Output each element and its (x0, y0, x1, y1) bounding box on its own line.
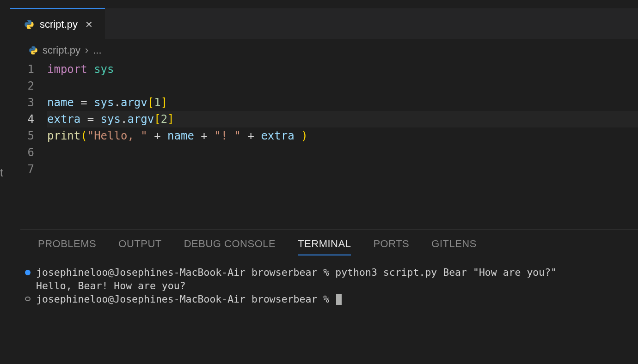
token: argv (127, 113, 154, 126)
tab-filename: script.py (40, 18, 78, 30)
token: sys (101, 113, 121, 126)
token: import (47, 63, 87, 76)
terminal-cursor (336, 294, 342, 305)
token: extra (47, 113, 80, 126)
token (147, 129, 154, 142)
token: sys (94, 63, 114, 76)
token: argv (121, 96, 147, 109)
terminal-text: josephineloo@Josephines-MacBook-Air brow… (36, 266, 557, 279)
token: ] (161, 96, 167, 109)
editor-area: script.py ✕ script.py › ... 1234567 impo… (10, 8, 638, 364)
token: . (114, 96, 121, 109)
token (208, 129, 214, 142)
token: + (154, 129, 160, 142)
line-number: 5 (19, 127, 34, 144)
bullet-hollow-icon (25, 297, 31, 301)
token: 1 (154, 96, 160, 109)
token: name (167, 129, 194, 142)
token: 2 (161, 113, 167, 126)
token: ) (301, 129, 307, 142)
terminal[interactable]: josephineloo@Josephines-MacBook-Air brow… (20, 259, 638, 306)
token: = (80, 96, 87, 109)
code-line[interactable]: extra = sys.argv[2] (47, 111, 638, 127)
clipped-sidebar-label: t (0, 166, 3, 179)
python-icon (24, 19, 34, 30)
token: + (201, 129, 207, 142)
tab-ports[interactable]: PORTS (373, 238, 409, 255)
token: sys (94, 96, 114, 109)
tab-bar: script.py ✕ (10, 8, 638, 40)
token (241, 129, 247, 142)
tab-problems[interactable]: PROBLEMS (38, 238, 96, 255)
token: ( (80, 129, 87, 142)
token (87, 63, 94, 76)
line-number: 1 (19, 61, 34, 78)
breadcrumb-filename[interactable]: script.py (43, 44, 80, 56)
close-icon[interactable]: ✕ (83, 19, 95, 30)
token: extra (261, 129, 294, 142)
token (294, 129, 301, 142)
code-line[interactable]: print("Hello, " + name + "! " + extra ) (47, 127, 638, 144)
terminal-output: Hello, Bear! How are you? (36, 279, 186, 292)
token (87, 96, 94, 109)
token: + (248, 129, 254, 142)
python-icon (29, 46, 38, 55)
panel-tabs: PROBLEMS OUTPUT DEBUG CONSOLE TERMINAL P… (20, 230, 638, 259)
terminal-line-2: Hello, Bear! How are you? (25, 279, 633, 292)
terminal-line-1: josephineloo@Josephines-MacBook-Air brow… (25, 266, 633, 279)
line-number: 6 (19, 144, 34, 161)
breadcrumb[interactable]: script.py › ... (10, 40, 638, 61)
token: [ (154, 113, 160, 126)
token (74, 96, 80, 109)
line-number: 2 (19, 78, 34, 94)
code-line[interactable] (47, 78, 638, 94)
terminal-prompt[interactable]: josephineloo@Josephines-MacBook-Air brow… (36, 292, 342, 306)
code-line[interactable]: import sys (47, 61, 638, 78)
terminal-line-3: josephineloo@Josephines-MacBook-Air brow… (25, 292, 633, 306)
tab-terminal[interactable]: TERMINAL (298, 238, 351, 255)
tab-output[interactable]: OUTPUT (118, 238, 161, 255)
token (254, 129, 261, 142)
bottom-panel: PROBLEMS OUTPUT DEBUG CONSOLE TERMINAL P… (20, 229, 638, 364)
token: print (47, 129, 80, 142)
token: "! " (214, 129, 241, 142)
token (194, 129, 201, 142)
token: [ (147, 96, 154, 109)
token (94, 113, 100, 126)
bullet-icon (25, 270, 31, 275)
line-gutter: 1234567 (19, 61, 47, 177)
editor-tab-script[interactable]: script.py ✕ (10, 8, 105, 39)
line-number: 7 (19, 161, 34, 177)
breadcrumb-extra[interactable]: ... (93, 44, 101, 56)
line-number: 4 (19, 111, 34, 127)
token (161, 129, 167, 142)
token: name (47, 96, 74, 109)
code-line[interactable]: name = sys.argv[1] (47, 94, 638, 111)
code-line[interactable] (47, 161, 638, 177)
code-lines[interactable]: import sysname = sys.argv[1]extra = sys.… (47, 61, 638, 177)
token (80, 113, 87, 126)
token: = (87, 113, 94, 126)
line-number: 3 (19, 94, 34, 111)
code-editor[interactable]: 1234567 import sysname = sys.argv[1]extr… (10, 61, 638, 177)
chevron-right-icon: › (85, 44, 88, 56)
token: ] (167, 113, 174, 126)
tab-debug-console[interactable]: DEBUG CONSOLE (184, 238, 276, 255)
token: . (121, 113, 127, 126)
tab-gitlens[interactable]: GITLENS (431, 238, 477, 255)
code-line[interactable] (47, 144, 638, 161)
token: "Hello, " (87, 129, 147, 142)
